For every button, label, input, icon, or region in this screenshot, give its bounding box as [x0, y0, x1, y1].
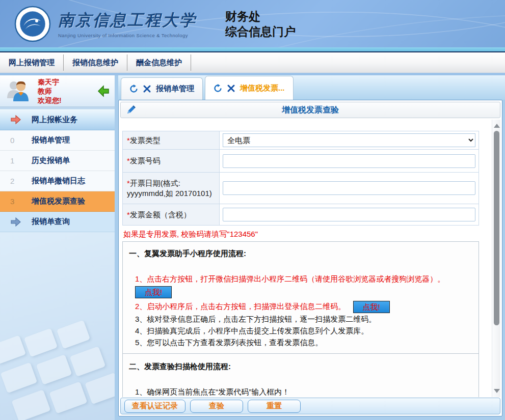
guide1-step5: 5、您可以点击下方查看发票列表按钮，查看发票信息。: [135, 337, 472, 348]
guide1-heading: 一、复翼发票助手小程序使用流程:: [129, 249, 472, 259]
guide1-step1: 1、点击右方按钮，打开微信扫描弹出小程序二维码（请使用谷歌浏览器或者搜狗浏览器）…: [135, 273, 472, 285]
user-info: 秦天宇 教师 欢迎您!: [38, 77, 97, 105]
user-avatar-icon: [5, 79, 32, 103]
refresh-icon[interactable]: [214, 84, 222, 93]
university-name-en: Nanjing University of Information Scienc…: [58, 33, 197, 38]
nav-item-remuneration-info[interactable]: 酬金信息维护: [127, 52, 191, 73]
guide2-heading: 二、发票查验扫描枪使用流程:: [129, 362, 472, 372]
scroll-up-arrow[interactable]: [494, 124, 500, 128]
menu-index: 1: [10, 156, 21, 165]
user-panel: 秦天宇 教师 欢迎您!: [0, 75, 115, 107]
red-arrow-icon: [10, 115, 21, 124]
verify-button[interactable]: 查验: [190, 400, 243, 413]
menu-index: 3: [10, 197, 21, 206]
form-row-invoice-amount: *发票金额（含税）: [123, 204, 479, 226]
user-name: 秦天宇: [38, 77, 97, 87]
sidebar-menu: 0 报销单管理 1 历史报销单 2 报销单撤销日志 3 增值税发票查验: [0, 130, 115, 212]
guide-box-mini-program: 一、复翼发票助手小程序使用流程: 1、点击右方按钮，打开微信扫描弹出小程序二维码…: [122, 241, 479, 354]
invoice-form-table: *发票类型 全电票 *发票号码: [122, 131, 479, 226]
vat-invoice-panel: 增值税发票查验 *发票类型 全电票: [118, 100, 502, 416]
user-role: 教师: [38, 87, 97, 96]
refresh-icon[interactable]: [129, 85, 138, 93]
menu-index: 0: [10, 136, 21, 145]
sidebar-item-reimbursement-management[interactable]: 0 报销单管理: [0, 130, 115, 151]
click-me-button-1[interactable]: 点我!: [135, 286, 172, 298]
guide1-step4: 4、扫描验真完成后，小程序中点击提交上传发票信息到个人发票库。: [135, 325, 472, 337]
panel-title-bar: 增值税发票查验: [120, 102, 500, 118]
section-label: 报销单查询: [32, 217, 70, 227]
sidebar-item-vat-invoice-check[interactable]: 3 增值税发票查验: [0, 191, 115, 212]
invoice-date-input[interactable]: [223, 181, 475, 195]
nav-item-reimbursement-info[interactable]: 报销信息维护: [64, 52, 127, 73]
menu-label: 历史报销单: [32, 156, 70, 165]
invoice-type-select[interactable]: 全电票: [223, 133, 475, 147]
tab-label: 报销单管理: [156, 84, 194, 94]
sidebar: 秦天宇 教师 欢迎您! 网上报帐业务 0 报销单管理: [0, 75, 115, 420]
guide2-step1: 1、确保网页当前焦点在“发票代码”输入框内！: [135, 386, 472, 397]
field-label: 发票号码: [130, 156, 161, 165]
scroll-down-arrow[interactable]: [494, 389, 500, 393]
sidebar-background-keyboard: [0, 232, 115, 420]
field-label: 发票类型: [130, 136, 161, 145]
form-scroll-area: *发票类型 全电票 *发票号码: [120, 120, 492, 397]
finance-portal-page: 南京信息工程大学 Nanjing University of Informati…: [0, 0, 505, 420]
tab-vat-invoice[interactable]: 增值税发票...: [205, 76, 294, 100]
reset-button[interactable]: 重置: [248, 400, 301, 413]
guide1-step2: 2、启动小程序后，点击右方按钮，扫描弹出登录信息二维码。 点我!: [135, 300, 472, 313]
scrollbar-thumb[interactable]: [494, 131, 499, 325]
invoice-amount-input[interactable]: [223, 208, 475, 221]
tab-bar: 报销单管理 增值税发票...: [118, 75, 505, 100]
menu-index: 2: [10, 177, 21, 185]
click-me-button-2[interactable]: 点我!: [353, 301, 390, 313]
form-row-invoice-date: *开票日期(格式: yyyymmdd,如 20170101): [123, 173, 479, 204]
close-tab-icon[interactable]: [227, 84, 235, 93]
nav-separator: [191, 54, 191, 71]
top-navigation: 网上报销管理 报销信息维护 酬金信息维护: [0, 51, 505, 73]
field-label: 发票金额（含税）: [130, 210, 191, 219]
menu-label: 报销单管理: [32, 135, 70, 145]
nav-item-online-reimbursement[interactable]: 网上报销管理: [0, 52, 63, 73]
panel-title: 增值税发票查验: [121, 105, 500, 116]
blue-arrow-icon: [10, 217, 21, 227]
close-tab-icon[interactable]: [143, 85, 151, 93]
guide1-step3: 3、核对登录信息正确后，点击左下方扫描按钮，逐一扫描发票二维码。: [135, 313, 472, 325]
tab-reimbursement-management[interactable]: 报销单管理: [121, 77, 203, 100]
tab-label: 增值税发票...: [240, 83, 285, 93]
sidebar-item-history-reimbursement[interactable]: 1 历史报销单: [0, 151, 115, 171]
menu-label: 增值税发票查验: [32, 197, 85, 206]
header-banner: 南京信息工程大学 Nanjing University of Informati…: [0, 0, 505, 47]
main-area: 报销单管理 增值税发票...: [118, 75, 505, 420]
header-divider-strip: [0, 47, 505, 51]
university-name-cn: 南京信息工程大学: [58, 10, 197, 31]
action-button-bar: 查看认证记录 查验 重置: [120, 398, 500, 414]
special-invoice-note: 如果是专用发票, 校验码请填写"123456": [123, 230, 490, 239]
portal-title-line2: 综合信息门户: [225, 24, 296, 39]
menu-label: 报销单撤销日志: [32, 176, 85, 186]
collapse-sidebar-arrow-icon[interactable]: [97, 85, 110, 97]
sidebar-item-cancel-log[interactable]: 2 报销单撤销日志: [0, 171, 115, 191]
sidebar-section-reimbursement-query[interactable]: 报销单查询: [0, 212, 115, 232]
invoice-number-input[interactable]: [223, 154, 475, 168]
sidebar-section-online-business[interactable]: 网上报帐业务: [0, 109, 115, 130]
view-certification-records-button[interactable]: 查看认证记录: [124, 400, 185, 413]
user-welcome: 欢迎您!: [38, 96, 97, 105]
guide1-step2-text: 2、启动小程序后，点击右方按钮，扫描弹出登录信息二维码。: [135, 302, 345, 311]
university-logo-icon: [14, 6, 51, 42]
university-name-block: 南京信息工程大学 Nanjing University of Informati…: [58, 10, 197, 38]
form-row-invoice-type: *发票类型 全电票: [123, 131, 479, 150]
form-row-invoice-number: *发票号码: [123, 150, 479, 173]
vertical-scrollbar[interactable]: [492, 120, 500, 397]
guide-box-scanner: 二、发票查验扫描枪使用流程: 1、确保网页当前焦点在“发票代码”输入框内！ 2、…: [122, 353, 479, 397]
field-label: 开票日期(格式: yyyymmdd,如 20170101): [127, 179, 212, 198]
section-label: 网上报帐业务: [32, 115, 77, 125]
portal-title-line1: 财务处: [225, 9, 296, 24]
portal-title: 财务处 综合信息门户: [225, 9, 296, 39]
